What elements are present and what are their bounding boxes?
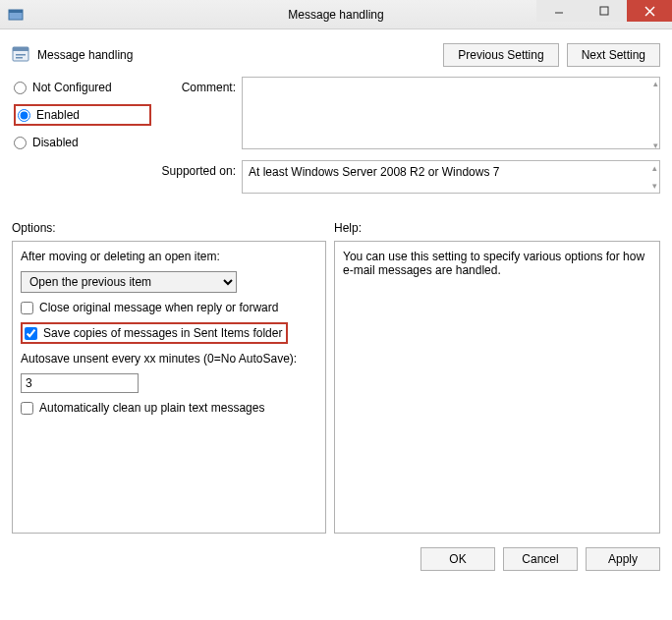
scroll-up-icon: ▴ [653,79,658,88]
save-sent-input[interactable] [25,327,37,340]
supported-label: Supported on: [157,160,236,178]
scroll-down-icon: ▾ [652,181,657,191]
header-row: Message handling Previous Setting Next S… [0,29,672,77]
radio-enabled-highlight: Enabled [14,104,151,126]
close-button[interactable] [627,0,672,22]
svg-rect-8 [16,54,26,56]
radio-not-configured[interactable]: Not Configured [14,81,151,94]
scroll-down-icon: ▾ [653,141,658,150]
supported-value: At least Windows Server 2008 R2 or Windo… [249,165,499,179]
policy-icon [12,45,29,66]
close-original-input[interactable] [21,302,33,314]
after-move-label: After moving or deleting an open item: [21,250,317,263]
minimize-button[interactable] [536,0,582,22]
radio-disabled-input[interactable] [14,137,27,149]
cancel-button[interactable]: Cancel [503,547,578,571]
autosave-input[interactable] [21,373,139,393]
svg-rect-1 [9,10,23,13]
comment-textarea[interactable] [242,77,660,149]
auto-cleanup-input[interactable] [21,402,33,415]
titlebar: Message handling [0,0,672,29]
previous-setting-button[interactable]: Previous Setting [443,43,558,67]
apply-button[interactable]: Apply [586,547,660,571]
save-sent-highlight: Save copies of messages in Sent Items fo… [21,322,288,344]
ok-button[interactable]: OK [420,547,495,571]
help-pane: You can use this setting to specify vari… [334,241,660,534]
next-setting-button[interactable]: Next Setting [567,43,660,67]
comment-label: Comment: [157,77,236,94]
radio-disabled[interactable]: Disabled [14,136,151,149]
radio-enabled[interactable]: Enabled [18,108,80,122]
options-pane: After moving or deleting an open item: O… [12,241,326,534]
radio-not-configured-label: Not Configured [32,81,112,94]
after-move-select[interactable]: Open the previous item [21,271,237,293]
svg-rect-9 [16,57,23,59]
help-text: You can use this setting to specify vari… [343,250,651,277]
svg-rect-3 [600,7,608,15]
radio-disabled-label: Disabled [32,136,79,149]
help-heading: Help: [334,221,362,235]
close-original-checkbox[interactable]: Close original message when reply or for… [21,301,278,314]
options-heading: Options: [12,221,334,235]
radio-enabled-input[interactable] [18,109,30,122]
auto-cleanup-label: Automatically clean up plain text messag… [39,401,264,415]
close-original-label: Close original message when reply or for… [39,301,278,314]
autosave-label: Autosave unsent every xx minutes (0=No A… [21,352,317,366]
auto-cleanup-checkbox[interactable]: Automatically clean up plain text messag… [21,401,264,415]
radio-enabled-label: Enabled [36,108,80,122]
scroll-up-icon: ▴ [652,163,657,173]
header-label: Message handling [37,48,133,62]
maximize-button[interactable] [582,0,627,22]
save-sent-checkbox[interactable]: Save copies of messages in Sent Items fo… [25,326,282,340]
radio-not-configured-input[interactable] [14,82,27,94]
app-icon [8,7,24,23]
supported-box: At least Windows Server 2008 R2 or Windo… [242,160,660,194]
save-sent-label: Save copies of messages in Sent Items fo… [43,326,282,340]
svg-rect-7 [13,47,28,51]
